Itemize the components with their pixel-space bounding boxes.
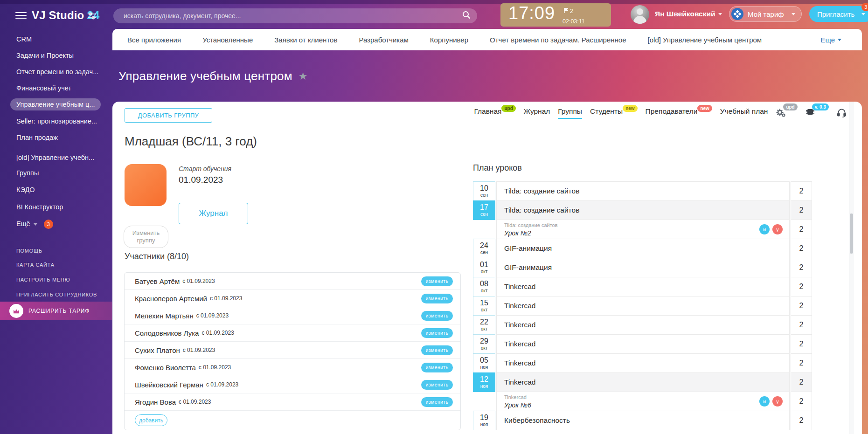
sidebar-item-groups[interactable]: Группы [16,169,39,177]
lesson-count-cell: 2 [791,334,812,354]
user-avatar[interactable] [631,5,649,24]
lesson-count-cell: 2 [791,258,812,277]
sidebar-item-more[interactable]: Ещё 3 [16,220,53,229]
app-screen: VJ Studio24 искать сотрудника, документ,… [0,0,868,434]
member-edit-button[interactable]: изменить [421,345,453,355]
clock-widget[interactable]: 17:09 2 02:03:11 [500,3,611,27]
lesson-date-cell[interactable]: 08окт [473,277,495,296]
sidebar-item-training-center-active[interactable]: Управление учебным ц... [10,98,101,110]
tab-curriculum[interactable]: Учебный план [720,107,768,118]
lesson-date-cell[interactable]: 10сен [473,181,495,201]
lesson-title-cell[interactable]: Tinkercad [496,334,790,354]
lesson-title-cell[interactable]: Tilda: создание сайтов [496,200,790,220]
tab-journal[interactable]: Журнал [524,107,550,118]
sidebar-item-finance[interactable]: Финансовый учет [16,84,71,92]
lesson-title-cell[interactable]: Tinkercad [496,277,790,296]
lesson-date-cell[interactable]: 05ноя [473,353,495,373]
lesson-edit-icon[interactable]: и [759,396,770,406]
sidebar-item-tasks[interactable]: Задачи и Проекты [16,52,74,59]
lesson-date-cell[interactable]: 19ноя [473,411,495,430]
lesson-detail-cell[interactable]: Tilda: создание сайтов Урок №2 и у [496,220,790,239]
lesson-title-cell[interactable]: Tinkercad [496,353,790,373]
group-start-date: 01.09.2023 [179,175,223,185]
add-group-button[interactable]: ДОБАВИТЬ ГРУППУ [125,108,212,123]
lesson-edit-icon[interactable]: и [759,224,770,234]
tab-groups-active[interactable]: Группы [558,107,582,119]
journal-button[interactable]: Журнал [179,203,248,224]
search-input[interactable]: искать сотрудника, документ, прочее... [113,8,477,23]
lesson-title-cell[interactable]: Кибербезопасность [496,411,790,430]
sidebar-item-help[interactable]: ПОМОЩЬ [16,248,42,254]
lesson-delete-icon[interactable]: у [772,224,783,234]
sidebar-item-invite-employees[interactable]: ПРИГЛАСИТЬ СОТРУДНИКОВ [16,292,97,297]
tab-corp-university[interactable]: Корпунивер [430,36,468,44]
search-icon[interactable] [462,11,471,21]
lesson-date-cell[interactable]: 01окт [473,258,495,277]
lesson-date-cell[interactable]: 22окт [473,315,495,335]
tariff-button[interactable]: Мой тариф [729,6,802,22]
sidebar-item-bi[interactable]: BI Конструктор [16,203,63,211]
member-edit-button[interactable]: изменить [421,294,453,303]
sidebar-item-configure-menu[interactable]: НАСТРОИТЬ МЕНЮ [16,277,70,282]
lesson-date-cell[interactable]: 15окт [473,296,495,316]
sidebar-item-sales-plan[interactable]: План продаж [16,134,58,141]
lesson-title-cell[interactable]: GIF-анимация [496,239,790,258]
member-edit-button[interactable]: изменить [421,311,453,321]
sidebar-item-old-training[interactable]: [old] Управление учебн... [16,154,94,161]
member-edit-button[interactable]: изменить [421,363,453,372]
tab-all-apps[interactable]: Все приложения [127,36,181,44]
lesson-date-cell[interactable]: 17сен [473,200,495,220]
upd-badge: upd [501,105,515,112]
sidebar-item-seller[interactable]: Seller: прогнозирование... [16,117,97,125]
lesson-delete-icon[interactable]: у [772,396,783,406]
tab-time-report-extended[interactable]: Отчет времени по задачам. Расширенное [490,36,626,44]
sidebar-item-sitemap[interactable]: КАРТА САЙТА [16,262,55,268]
lesson-title-cell[interactable]: Tilda: создание сайтов [496,181,790,201]
lesson-actions: и у [759,224,783,234]
tab-teachers[interactable]: Преподавателиnew [646,107,712,118]
edit-group-button[interactable]: Изменить группу [124,226,168,248]
lesson-parent-title: Tilda: создание сайтов [504,222,558,228]
tab-main[interactable]: Главнаяupd [474,107,515,118]
lesson-detail-cell[interactable]: Tinkercad Урок №6 и у [496,392,790,411]
lesson-date-cell[interactable]: 29окт [473,334,495,354]
tab-students[interactable]: Студентыnew [590,107,638,118]
member-edit-button[interactable]: изменить [421,380,453,390]
more-badge: 3 [44,220,53,229]
sidebar-item-crm[interactable]: CRM [16,35,32,43]
user-menu[interactable]: Ян Швейковский [655,10,722,18]
upgrade-plan-button[interactable]: РАСШИРИТЬ ТАРИФ [0,302,112,320]
member-since: с 01.09.2023 [182,278,215,284]
lesson-title-cell[interactable]: Tinkercad [496,315,790,335]
lesson-title-cell[interactable]: Tinkercad [496,296,790,316]
add-member-button[interactable]: добавить [135,414,167,426]
menu-icon[interactable] [15,12,27,20]
support-headset-icon[interactable] [837,108,847,119]
member-edit-button[interactable]: изменить [421,328,453,338]
member-edit-button[interactable]: изменить [421,397,453,407]
members-list: Батуев Артёмс 01.09.2023изменить Красноп… [124,272,461,430]
new-badge: new [697,105,712,112]
member-edit-button[interactable]: изменить [421,276,453,286]
lesson-date-cell[interactable]: 12ноя [473,372,495,392]
filter-icon[interactable] [88,12,96,21]
member-name: Красноперов Артемий [135,295,207,303]
settings-gear-icon[interactable]: upd [776,107,797,117]
scrollbar-thumb[interactable] [850,214,853,254]
favorite-star-icon[interactable]: ★ [299,70,308,83]
lesson-title-cell[interactable]: GIF-анимация [496,258,790,277]
tab-more[interactable]: Еще [820,36,841,44]
tab-client-requests[interactable]: Заявки от клиентов [274,36,337,44]
lesson-date-cell[interactable]: 24сен [473,239,495,258]
sidebar-item-kedo[interactable]: КЭДО [16,186,35,193]
sidebar-item-time-report[interactable]: Отчет времени по задач... [16,68,98,76]
tab-old-training-center[interactable]: [old] Управление учебным центром [648,36,762,44]
lesson-row: 29окт Tinkercad 2 [473,334,812,354]
lesson-plan-table: 10сен Tilda: создание сайтов 2 17сен Til… [473,182,812,430]
member-row: Солодовников Лукас 01.09.2023изменить [125,324,460,342]
tab-developers[interactable]: Разработчикам [359,36,408,44]
group-start-label: Старт обучения [179,165,231,172]
invite-button[interactable]: Пригласить 3 [809,6,868,22]
lesson-title-cell[interactable]: Tinkercad [496,372,790,392]
tab-installed[interactable]: Установленные [202,36,253,44]
